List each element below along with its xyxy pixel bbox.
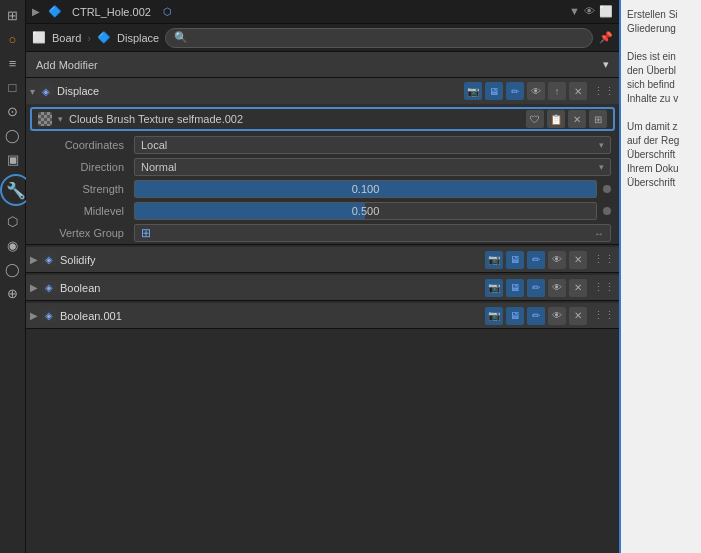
boolean001-vp-btn[interactable]: 🖥 xyxy=(506,307,524,325)
boolean-expand-icon[interactable]: ▶ xyxy=(30,282,38,293)
displace-modifier-block: ▾ ◈ Displace 📷 🖥 ✏ 👁 ↑ ✕ ⋮⋮ ▾ Clouds Bru… xyxy=(26,78,619,245)
search-bar[interactable]: 🔍 xyxy=(165,28,593,48)
boolean-close-btn[interactable]: ✕ xyxy=(569,279,587,297)
right-line7: Inhalte zu v xyxy=(627,93,678,104)
solidify-dots[interactable]: ⋮⋮ xyxy=(593,253,615,266)
vertex-expand-icon: ↔ xyxy=(594,228,604,239)
boolean001-modifier-row: ▶ ◈ Boolean.001 📷 🖥 ✏ 👁 ✕ ⋮⋮ xyxy=(26,303,619,329)
displace-close-btn[interactable]: ✕ xyxy=(569,82,587,100)
solidify-close-btn[interactable]: ✕ xyxy=(569,251,587,269)
texture-browse-btn[interactable]: ⊞ xyxy=(589,110,607,128)
displace-expand-icon[interactable]: ▾ xyxy=(30,86,35,97)
displace-type-icon: ◈ xyxy=(39,85,53,98)
displace-title-row: ▾ ◈ Displace 📷 🖥 ✏ 👁 ↑ ✕ ⋮⋮ xyxy=(26,78,619,104)
add-modifier-label: Add Modifier xyxy=(36,59,98,71)
sidebar-icon-constraint[interactable]: ⊙ xyxy=(2,100,24,122)
sidebar-icon-object[interactable]: □ xyxy=(2,76,24,98)
displace-vis-viewport-btn[interactable]: 🖥 xyxy=(485,82,503,100)
vertex-group-label: Vertex Group xyxy=(34,227,134,239)
right-line2: Gliederung xyxy=(627,23,676,34)
midlevel-dot xyxy=(603,207,611,215)
boolean001-expand-icon[interactable]: ▶ xyxy=(30,310,38,321)
solidify-modifier-name: Solidify xyxy=(60,254,481,266)
sidebar-icon-world[interactable]: ◯ xyxy=(2,258,24,280)
solidify-vp-btn[interactable]: 🖥 xyxy=(506,251,524,269)
midlevel-label: Midlevel xyxy=(34,205,134,217)
texture-unlink-btn[interactable]: ✕ xyxy=(568,110,586,128)
coordinates-label: Coordinates xyxy=(34,139,134,151)
boolean001-dots[interactable]: ⋮⋮ xyxy=(593,309,615,322)
strength-dot xyxy=(603,185,611,193)
vertex-grid-icon: ⊞ xyxy=(141,226,151,240)
boolean-type-icon: ◈ xyxy=(42,281,56,294)
solidify-edit-btn[interactable]: ✏ xyxy=(527,251,545,269)
vertex-group-field[interactable]: ⊞ ↔ xyxy=(134,224,611,242)
displace-modifier-name: Displace xyxy=(57,85,460,97)
strength-field[interactable]: 0.100 xyxy=(134,180,597,198)
boolean001-edit-btn[interactable]: ✏ xyxy=(527,307,545,325)
sidebar-icon-data[interactable]: ◯ xyxy=(2,124,24,146)
displace-up-btn[interactable]: ↑ xyxy=(548,82,566,100)
vertex-icon-top: ⬡ xyxy=(163,6,172,17)
right-panel: Erstellen Si Gliederung Dies ist ein den… xyxy=(619,0,701,553)
content-area: ▶ 🔷 CTRL_Hole.002 ⬡ ▼ 👁 ⬜ ⬜ Board › 🔷 Di… xyxy=(26,0,619,553)
screen-icon[interactable]: ⬜ xyxy=(599,5,613,18)
solidify-eye-btn[interactable]: 👁 xyxy=(548,251,566,269)
sidebar-icon-particle[interactable]: ⊕ xyxy=(2,282,24,304)
object-icon: ▶ xyxy=(32,6,40,17)
sidebar-icon-grid[interactable]: ⊞ xyxy=(2,4,24,26)
sidebar-icon-menu[interactable]: ≡ xyxy=(2,52,24,74)
boolean001-modifier-name: Boolean.001 xyxy=(60,310,481,322)
object-name: CTRL_Hole.002 xyxy=(72,6,151,18)
coordinates-value[interactable]: Local ▾ xyxy=(134,136,611,154)
texture-copy-btn[interactable]: 📋 xyxy=(547,110,565,128)
sidebar-icon-material[interactable]: ▣ xyxy=(2,148,24,170)
coordinates-row: Coordinates Local ▾ xyxy=(26,134,619,156)
texture-checker-icon xyxy=(38,112,52,126)
coordinates-dropdown-arrow: ▾ xyxy=(599,140,604,150)
boolean-edit-btn[interactable]: ✏ xyxy=(527,279,545,297)
filter-icon[interactable]: ▼ xyxy=(569,5,580,18)
direction-value[interactable]: Normal ▾ xyxy=(134,158,611,176)
strength-row: Strength 0.100 xyxy=(26,178,619,200)
boolean-dots[interactable]: ⋮⋮ xyxy=(593,281,615,294)
midlevel-value: 0.500 xyxy=(352,205,380,217)
displace-vis-edit-btn[interactable]: ✏ xyxy=(506,82,524,100)
breadcrumb-displace[interactable]: Displace xyxy=(117,32,159,44)
strength-value: 0.100 xyxy=(352,183,380,195)
boolean001-cam-btn[interactable]: 📷 xyxy=(485,307,503,325)
coordinates-text: Local xyxy=(141,139,167,151)
boolean-modifier-name: Boolean xyxy=(60,282,481,294)
sidebar-icon-render[interactable]: ◉ xyxy=(2,234,24,256)
breadcrumb-sep: › xyxy=(87,32,91,44)
pin-icon[interactable]: 📌 xyxy=(599,31,613,44)
boolean-eye-btn[interactable]: 👁 xyxy=(548,279,566,297)
boolean-vp-btn[interactable]: 🖥 xyxy=(506,279,524,297)
view-header-icons: ▼ 👁 ⬜ xyxy=(569,5,613,18)
texture-shield-btn[interactable]: 🛡 xyxy=(526,110,544,128)
displace-dots-icon[interactable]: ⋮⋮ xyxy=(593,85,615,98)
texture-row[interactable]: ▾ Clouds Brush Texture selfmade.002 🛡 📋 … xyxy=(30,107,615,131)
solidify-expand-icon[interactable]: ▶ xyxy=(30,254,38,265)
right-line12: Ihrem Doku xyxy=(627,163,679,174)
displace-icon: 🔷 xyxy=(97,31,111,44)
add-modifier-button[interactable]: Add Modifier ▾ xyxy=(26,52,619,78)
displace-eye-btn[interactable]: 👁 xyxy=(527,82,545,100)
midlevel-field[interactable]: 0.500 xyxy=(134,202,597,220)
right-line6: sich befind xyxy=(627,79,675,90)
boolean001-close-btn[interactable]: ✕ xyxy=(569,307,587,325)
displace-vis-render-btn[interactable]: 📷 xyxy=(464,82,482,100)
direction-text: Normal xyxy=(141,161,176,173)
breadcrumb-board[interactable]: Board xyxy=(52,32,81,44)
solidify-cam-btn[interactable]: 📷 xyxy=(485,251,503,269)
displace-actions: 📷 🖥 ✏ 👁 ↑ ✕ xyxy=(464,82,587,100)
main-area: ▶ 🔷 CTRL_Hole.002 ⬡ ▼ 👁 ⬜ ⬜ Board › 🔷 Di… xyxy=(26,0,701,553)
eye-icon[interactable]: 👁 xyxy=(584,5,595,18)
boolean001-eye-btn[interactable]: 👁 xyxy=(548,307,566,325)
boolean-cam-btn[interactable]: 📷 xyxy=(485,279,503,297)
right-line5: den Überbl xyxy=(627,65,676,76)
sidebar-icon-scene[interactable]: ⬡ xyxy=(2,210,24,232)
direction-dropdown-arrow: ▾ xyxy=(599,162,604,172)
object-color-icon: 🔷 xyxy=(48,5,62,18)
sidebar-icon-circle[interactable]: ○ xyxy=(2,28,24,50)
